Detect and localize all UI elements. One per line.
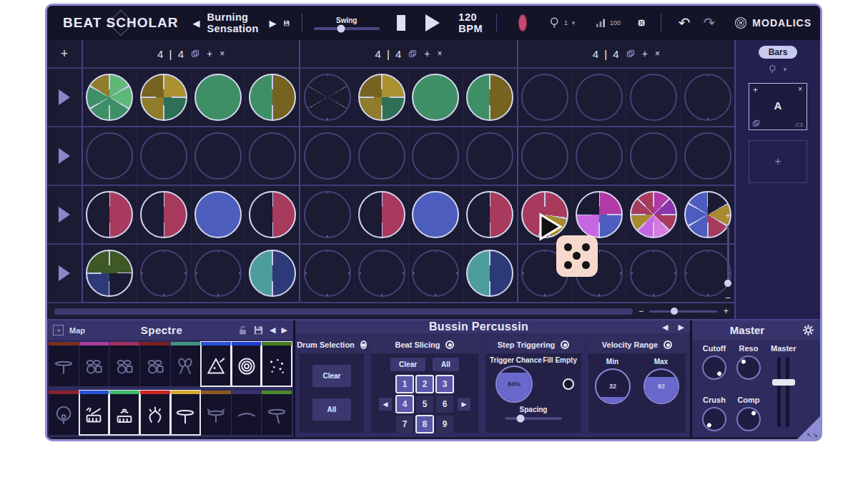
gear-icon[interactable] (802, 324, 814, 336)
beat-pie-empty[interactable] (194, 250, 242, 297)
beat-pie-filled[interactable] (412, 191, 459, 238)
row-play-button-1[interactable] (47, 69, 82, 127)
reso-knob[interactable] (736, 356, 761, 380)
kit-save-icon[interactable] (253, 325, 264, 335)
drum-pad-2-3[interactable] (109, 391, 139, 435)
vzoom-add-button[interactable]: + (725, 210, 731, 221)
slice-number-7[interactable]: 7 (396, 416, 413, 433)
beat-cell[interactable] (681, 69, 734, 126)
slice-number-4[interactable]: 4 (396, 396, 413, 413)
beat-pie-filled[interactable] (249, 191, 296, 238)
row-play-button-2[interactable] (47, 127, 82, 186)
slot-add-icon[interactable]: + (753, 85, 758, 95)
beat-cell[interactable] (300, 245, 355, 302)
beat-pie-empty[interactable] (140, 132, 187, 180)
beat-cell[interactable] (463, 186, 517, 243)
master-fader[interactable] (774, 357, 793, 427)
preset-next-button[interactable]: ▶ (269, 18, 276, 29)
beat-cell[interactable] (137, 245, 192, 302)
remove-bar-icon[interactable]: × (220, 49, 225, 59)
add-bar-icon[interactable]: + (642, 48, 648, 59)
beat-pie-empty[interactable] (630, 132, 677, 180)
row-play-button-4[interactable] (47, 245, 82, 303)
beat-pie-empty[interactable] (358, 132, 405, 180)
beat-pie-filled[interactable] (466, 191, 513, 238)
beat-pie-filled[interactable] (86, 191, 133, 238)
beat-pie-filled[interactable] (140, 191, 187, 238)
beat-cell[interactable] (137, 69, 192, 126)
drum-pad-2-6[interactable] (201, 391, 231, 435)
beat-pie-empty[interactable] (304, 74, 351, 121)
hzoom-out-button[interactable]: − (638, 306, 643, 316)
beat-cell[interactable] (192, 186, 246, 243)
beat-pie-empty[interactable] (304, 191, 351, 238)
slice-number-5[interactable]: 5 (416, 396, 433, 413)
beat-cell[interactable] (409, 127, 463, 185)
trigger-chance-knob[interactable]: 84% (495, 366, 533, 403)
beat-pie-empty[interactable] (358, 250, 405, 297)
beat-cell[interactable] (355, 127, 409, 185)
add-bar-icon[interactable]: + (424, 48, 430, 59)
drum-pad-1-1[interactable] (49, 342, 79, 386)
drum-pad-1-5[interactable] (171, 342, 201, 386)
undo-icon[interactable]: ↶ (679, 14, 691, 31)
kit-next-button[interactable]: ▶ (282, 325, 287, 335)
drum-pad-1-6[interactable] (201, 342, 231, 386)
beat-pie-filled[interactable] (249, 74, 296, 121)
beat-cell[interactable] (192, 69, 246, 126)
drum-selection-all-button[interactable]: All (312, 398, 351, 421)
bar-slot-a[interactable]: + × A C3 (749, 83, 807, 130)
velocity-range-radio[interactable] (664, 340, 672, 349)
beat-pie-empty[interactable] (521, 74, 568, 121)
duplicate-bar-icon[interactable] (191, 49, 199, 58)
velocity-value[interactable]: 100 (610, 19, 621, 26)
beat-cell[interactable] (245, 186, 299, 243)
beat-cell[interactable] (83, 69, 137, 126)
beat-pie-filled[interactable] (140, 74, 187, 121)
vzoom-slider[interactable] (727, 225, 729, 287)
drum-pad-2-4[interactable] (140, 391, 170, 435)
beat-cell[interactable] (192, 127, 246, 185)
beat-cell[interactable] (409, 186, 463, 243)
beat-cell[interactable] (463, 245, 517, 302)
slice-number-6[interactable]: 6 (436, 396, 453, 413)
beat-pie-empty[interactable] (521, 132, 568, 180)
beat-pie-empty[interactable] (304, 250, 351, 297)
add-bar-slot-button[interactable]: + (749, 140, 807, 183)
beat-pie-filled[interactable] (194, 191, 242, 238)
slice-number-9[interactable]: 9 (436, 416, 453, 433)
quantize-magnifier-icon[interactable] (548, 16, 561, 29)
beat-cell[interactable] (137, 186, 192, 243)
beat-pie-empty[interactable] (630, 250, 677, 297)
hzoom-in-button[interactable]: + (724, 306, 729, 316)
horizontal-scrollbar[interactable] (54, 308, 633, 315)
beat-slicing-clear-button[interactable]: Clear (390, 358, 425, 371)
beat-pie-empty[interactable] (140, 250, 187, 297)
beat-cell[interactable] (137, 127, 192, 185)
vzoom-slider-thumb[interactable] (724, 280, 731, 287)
dice-icon[interactable] (638, 16, 645, 29)
beat-pie-empty[interactable] (630, 74, 677, 121)
slice-number-8[interactable]: 8 (416, 416, 433, 433)
slice-number-2[interactable]: 2 (416, 376, 433, 393)
time-signature[interactable]: 4 | 4 (157, 48, 184, 60)
beat-cell[interactable] (355, 69, 409, 126)
beat-pie-empty[interactable] (86, 132, 133, 180)
bus-prev-button[interactable]: ◀ (662, 323, 668, 332)
beat-cell[interactable] (355, 245, 409, 302)
beat-pie-empty[interactable] (576, 74, 623, 121)
beat-pie-filled[interactable] (466, 250, 513, 297)
bars-dropdown-icon[interactable]: ▼ (782, 67, 788, 73)
beat-slicing-all-button[interactable]: All (433, 358, 459, 371)
kit-prev-button[interactable]: ◀ (270, 325, 275, 335)
beat-cell[interactable] (518, 69, 573, 126)
beat-pie-empty[interactable] (576, 132, 623, 180)
beat-pie-empty[interactable] (412, 250, 459, 297)
slot-copy-icon[interactable] (752, 119, 760, 127)
beat-pie-empty[interactable] (684, 132, 731, 180)
beat-cell[interactable] (192, 245, 246, 302)
fill-empty-toggle[interactable] (563, 378, 574, 390)
map-button[interactable]: Map (69, 326, 85, 335)
drum-pad-1-2[interactable] (79, 342, 109, 386)
beat-cell[interactable] (245, 245, 299, 302)
